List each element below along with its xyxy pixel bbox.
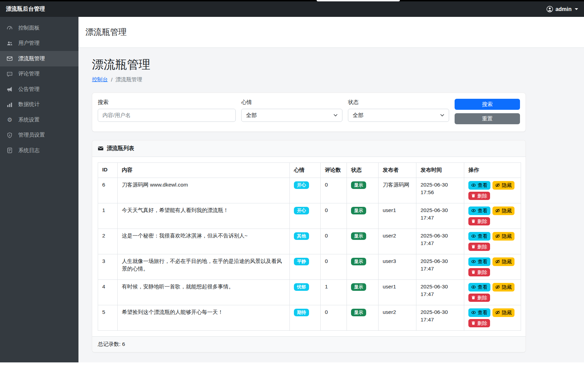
table-row: 6 刀客源码网 www.dkewl.com 开心 0 显示 刀客源码网 2025… [98,178,521,203]
sidebar-item-label: 管理员设置 [18,131,45,139]
cell-actions: 查看 隐藏 [464,178,521,203]
mood-badge: 开心 [294,207,309,214]
hide-button[interactable]: 隐藏 [492,206,514,215]
speedometer-icon [6,25,13,31]
cell-time: 2025-06-30 17:47 [416,229,464,254]
search-input[interactable] [98,109,236,122]
sidebar-item-settings[interactable]: ⚙ 系统设置 [0,112,78,128]
cell-content: 刀客源码网 www.dkewl.com [118,178,290,203]
cell-author: 刀客源码网 [379,178,416,203]
window-drag-notch [317,0,400,1]
eye-icon [471,285,476,289]
status-badge: 显示 [351,283,366,291]
cell-time: 2025-06-30 17:47 [416,280,464,305]
view-button[interactable]: 查看 [468,283,490,292]
status-select[interactable]: 全部 [348,109,449,122]
col-header-id: ID [98,163,118,178]
sidebar-item-logs[interactable]: 系统日志 [0,143,78,158]
delete-button[interactable]: 删除 [468,243,490,251]
hide-button[interactable]: 隐藏 [492,232,514,241]
cell-content: 今天天气真好，希望能有人看到我的漂流瓶！ [118,203,290,229]
col-header-status: 状态 [347,163,379,178]
cell-status: 显示 [347,203,379,229]
record-count-value: 6 [122,341,125,347]
cell-actions: 查看 隐藏 [464,254,521,280]
hide-button[interactable]: 隐藏 [492,283,514,292]
eye-icon [471,259,476,264]
trash-icon [471,219,476,223]
cell-status: 显示 [347,305,379,331]
hide-button[interactable]: 隐藏 [492,308,514,317]
hide-button[interactable]: 隐藏 [492,257,514,266]
sidebar-item-admins[interactable]: 管理员设置 [0,128,78,143]
delete-button[interactable]: 删除 [468,192,490,200]
sidebar-item-users[interactable]: 用户管理 [0,36,78,51]
sidebar-item-comments[interactable]: 评论管理 [0,66,78,82]
delete-button[interactable]: 删除 [468,319,490,328]
sidebar-item-announcements[interactable]: 公告管理 [0,82,78,97]
view-button[interactable]: 查看 [468,232,490,241]
status-badge: 显示 [351,207,366,214]
view-button[interactable]: 查看 [468,257,490,266]
breadcrumb-current: 漂流瓶管理 [116,76,142,83]
eye-slash-icon [495,234,500,239]
bottle-list-title: 漂流瓶列表 [107,145,134,152]
cell-mood: 其他 [290,229,321,254]
chat-icon [6,71,13,77]
envelope-fill-icon [98,146,104,151]
username-label: admin [555,6,572,12]
publish-time: 17:47 [421,290,460,298]
gear-icon: ⚙ [6,117,13,123]
table-row: 2 这是一个秘密：我很喜欢吃冰淇淋，但从不告诉别人~ 其他 0 显示 user2… [98,229,521,254]
cell-mood: 期待 [290,305,321,331]
sidebar-item-label: 数据统计 [18,101,40,108]
breadcrumb-link-console[interactable]: 控制台 [92,76,108,83]
table-row: 5 希望捡到这个漂流瓶的人能够开心每一天！ 期待 0 显示 user2 2025… [98,305,521,331]
status-filter-label: 状态 [348,99,449,106]
search-submit-button[interactable]: 搜索 [455,99,520,110]
cell-mood: 开心 [290,203,321,229]
cell-status: 显示 [347,254,379,280]
sidebar-item-dashboard[interactable]: 控制面板 [0,20,78,36]
journal-icon [6,147,13,153]
cell-id: 6 [98,178,118,203]
delete-button[interactable]: 删除 [468,294,490,302]
status-badge: 显示 [351,258,366,265]
top-navbar: 漂流瓶后台管理 admin [0,1,584,17]
cell-author: user2 [379,305,416,331]
chevron-down-icon [440,114,444,117]
delete-button[interactable]: 删除 [468,268,490,277]
trash-icon [471,321,476,325]
col-header-content: 内容 [118,163,290,178]
view-button[interactable]: 查看 [468,308,490,317]
sidebar-item-bottles[interactable]: 漂流瓶管理 [0,51,78,66]
caret-down-icon [575,8,578,10]
mood-badge: 忧郁 [294,283,309,291]
trash-icon [471,193,476,198]
mood-select-value: 全部 [246,112,257,119]
eye-slash-icon [495,183,500,188]
cell-actions: 查看 隐藏 [464,203,521,229]
delete-button[interactable]: 删除 [468,217,490,226]
trash-icon [471,270,476,274]
cell-comments: 0 [321,203,347,229]
bottle-table-body: 6 刀客源码网 www.dkewl.com 开心 0 显示 刀客源码网 2025… [98,178,521,331]
page-title: 漂流瓶管理 [85,27,577,38]
sidebar-item-label: 系统日志 [18,147,40,154]
reset-button[interactable]: 重置 [455,113,520,124]
mood-select[interactable]: 全部 [241,109,342,122]
cell-author: user1 [379,203,416,229]
view-button[interactable]: 查看 [468,206,490,215]
user-menu[interactable]: admin [546,6,578,12]
cell-id: 3 [98,254,118,280]
view-button[interactable]: 查看 [468,181,490,190]
hide-button[interactable]: 隐藏 [492,181,514,190]
cell-mood: 开心 [290,178,321,203]
status-select-value: 全部 [353,112,363,119]
trash-icon [471,295,476,300]
sidebar-item-stats[interactable]: 数据统计 [0,97,78,113]
cell-author: user3 [379,254,416,280]
mood-badge: 期待 [294,309,309,316]
envelope-icon [6,55,13,62]
cell-id: 4 [98,280,118,305]
